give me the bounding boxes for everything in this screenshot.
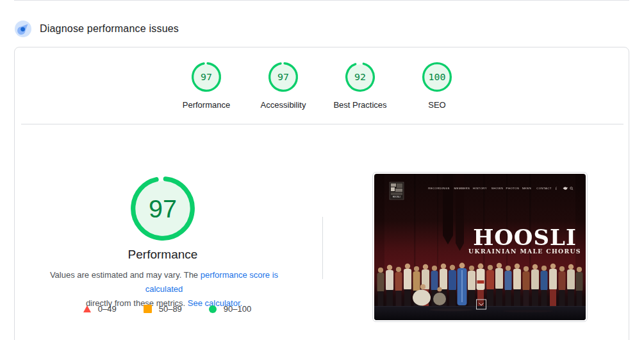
- svg-text:97: 97: [149, 194, 177, 223]
- summary-gauge-accessibility[interactable]: 97 Accessibility: [250, 62, 317, 110]
- summary-gauge-best-practices[interactable]: 92 Best Practices: [327, 62, 393, 110]
- gauge-ring-icon: 92: [345, 62, 376, 92]
- red-triangle-icon: [83, 305, 91, 312]
- page-title: Diagnose performance issues: [40, 23, 179, 35]
- svg-text:HOOSLI: HOOSLI: [393, 196, 401, 198]
- facebook-icon: f: [556, 187, 557, 191]
- nav-item: PHOTOS: [506, 187, 520, 190]
- nav-item: SHOWS: [491, 187, 503, 190]
- gauge-ring-icon: 97: [191, 62, 222, 92]
- nav-item: RECORDINGS: [428, 187, 450, 190]
- floor-reflection: [429, 309, 473, 311]
- gauge-label: Best Practices: [333, 100, 386, 110]
- gauge-label: Performance: [183, 100, 230, 110]
- gauge-label: Accessibility: [261, 100, 306, 110]
- hero-title: HOOSLI: [473, 225, 577, 250]
- category-summary-row: 97 Performance 97 Accessibility 92 Best …: [15, 62, 629, 110]
- orange-square-icon: [144, 305, 152, 313]
- gauge-ring-icon: 97: [268, 62, 299, 92]
- score-legend: 0–49 50–89 90–100: [23, 304, 311, 314]
- legend-item-pass: 90–100: [209, 304, 251, 314]
- svg-text:92: 92: [354, 71, 366, 83]
- gauge-ring-icon: 100: [422, 62, 452, 92]
- svg-text:97: 97: [201, 71, 212, 83]
- site-logo: HOOSLI: [390, 182, 404, 200]
- nav-item: HISTORY: [473, 187, 487, 190]
- summary-gauge-performance[interactable]: 97 Performance: [173, 62, 240, 110]
- svg-text:100: 100: [429, 71, 446, 83]
- top-divider: [14, 0, 629, 1]
- performance-section-title: Performance: [67, 248, 259, 262]
- caption-text: Values are estimated and may vary. The: [50, 270, 201, 280]
- svg-text:97: 97: [277, 71, 289, 83]
- scroll-down-indicator: [477, 300, 486, 309]
- green-circle-icon: [209, 305, 217, 313]
- legend-range: 0–49: [98, 304, 117, 314]
- report-card: 97 Performance 97 Accessibility 92 Best …: [14, 47, 629, 340]
- legend-range: 50–89: [159, 304, 182, 314]
- legend-item-fail: 0–49: [83, 304, 117, 314]
- website-screenshot: HOOSLI RECORDINGS MEMBERS HISTORY SHOWS …: [374, 174, 586, 320]
- nav-item: CONTACT: [536, 187, 552, 190]
- page-screenshot-thumbnail: HOOSLI RECORDINGS MEMBERS HISTORY SHOWS …: [372, 172, 588, 322]
- legend-item-average: 50–89: [144, 304, 182, 314]
- pagespeed-insights-icon: [15, 21, 31, 37]
- vertical-divider: [322, 217, 323, 279]
- nav-item: MEMBERS: [454, 187, 470, 190]
- floor-reflection: [502, 310, 554, 312]
- section-divider: [21, 124, 623, 124]
- hero-subtitle: UKRAINIAN MALE CHORUS: [468, 248, 581, 255]
- legend-range: 90–100: [224, 304, 251, 314]
- summary-gauge-seo[interactable]: 100 SEO: [404, 62, 470, 110]
- nav-item: NEWS: [522, 187, 532, 190]
- performance-score-gauge: 97: [129, 175, 196, 242]
- gauge-label: SEO: [428, 100, 445, 110]
